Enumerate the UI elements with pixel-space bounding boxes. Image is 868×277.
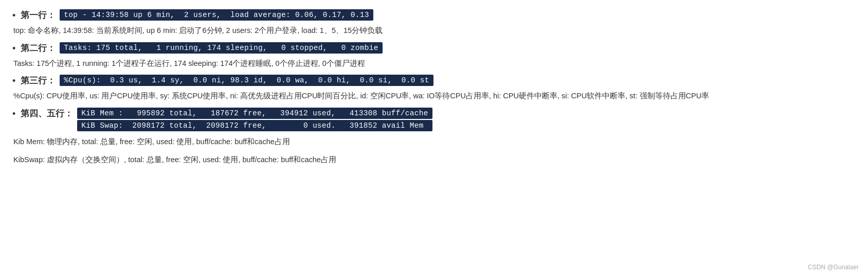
label-row45: 第四、五行： xyxy=(21,108,73,119)
code-row1: top - 14:39:58 up 6 min, 2 users, load a… xyxy=(60,9,373,21)
bullet-1: • xyxy=(12,10,15,21)
desc-row1: top: 命令名称, 14:39:58: 当前系统时间, up 6 min: 启… xyxy=(13,24,856,37)
code-row2: Tasks: 175 total, 1 running, 174 sleepin… xyxy=(60,42,382,54)
watermark: CSDN @Gunalaer xyxy=(808,264,859,271)
section-row2: • 第二行： Tasks: 175 total, 1 running, 174 … xyxy=(12,42,856,70)
desc-row2: Tasks: 175个进程, 1 running: 1个进程子在运行, 174 … xyxy=(13,57,856,70)
label-row3: 第三行： xyxy=(21,75,56,86)
bullet-3: • xyxy=(12,76,15,86)
bullet-4: • xyxy=(12,109,15,119)
section-row45: • 第四、五行： KiB Mem : 995892 total, 187672 … xyxy=(12,108,856,166)
row2-header: • 第二行： Tasks: 175 total, 1 running, 174 … xyxy=(12,42,856,54)
code-mem: KiB Mem : 995892 total, 187672 free, 394… xyxy=(77,108,432,119)
row45-header: • 第四、五行： KiB Mem : 995892 total, 187672 … xyxy=(12,108,856,132)
desc-mem: Kib Mem: 物理内存, total: 总量, free: 空闲, used… xyxy=(13,135,856,148)
mem-code-block: KiB Mem : 995892 total, 187672 free, 394… xyxy=(77,108,432,132)
code-swap: KiB Swap: 2098172 total, 2098172 free, 0… xyxy=(77,120,432,131)
label-row2: 第二行： xyxy=(21,42,56,54)
row1-header: • 第一行： top - 14:39:58 up 6 min, 2 users,… xyxy=(12,9,856,21)
desc-swap: KibSwap: 虚拟内存（交换空间）, total: 总量, free: 空闲… xyxy=(13,153,856,166)
section-row3: • 第三行： %Cpu(s): 0.3 us, 1.4 sy, 0.0 ni, … xyxy=(12,75,856,102)
label-row1: 第一行： xyxy=(21,9,56,21)
row3-header: • 第三行： %Cpu(s): 0.3 us, 1.4 sy, 0.0 ni, … xyxy=(12,75,856,86)
section-row1: • 第一行： top - 14:39:58 up 6 min, 2 users,… xyxy=(12,9,856,37)
desc-row3: %Cpu(s): CPU使用率, us: 用户CPU使用率, sy: 系统CPU… xyxy=(13,90,856,102)
code-row3: %Cpu(s): 0.3 us, 1.4 sy, 0.0 ni, 98.3 id… xyxy=(60,75,433,86)
bullet-2: • xyxy=(12,43,15,54)
